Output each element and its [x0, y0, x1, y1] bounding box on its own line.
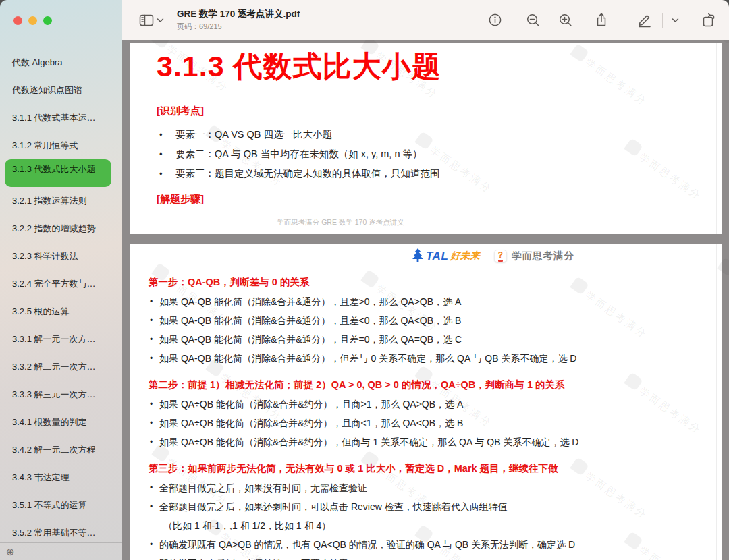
- zoom-window-button[interactable]: [43, 16, 52, 25]
- close-window-button[interactable]: [14, 16, 22, 25]
- step-heading: 第一步：QA-QB，判断差与 0 的关系: [148, 275, 704, 289]
- sidebar-item[interactable]: 3.3.3 解三元一次方…: [0, 381, 122, 408]
- sidebar-item-selected[interactable]: 3.1.3 代数式比大小题: [5, 159, 111, 187]
- pdf-page-next: TAL 好未来 ? 学而思考满分 第一步：QA-QB，判断差与 0 的关系如果 …: [130, 244, 722, 560]
- mascot-icon: ?: [494, 250, 507, 262]
- sidebar-item[interactable]: 3.2.1 指数运算法则: [0, 187, 122, 215]
- section-label-identify: [识别考点]: [157, 105, 701, 117]
- pdf-scroll-area[interactable]: 3.1.3 代数式比大小题 [识别考点] 要素一：QA VS QB 四选一比大小…: [122, 40, 729, 560]
- thumbnail-sidebar: 代数 Algebra代数逐知识点图谱3.1.1 代数式基本运…3.1.2 常用恒…: [0, 0, 122, 560]
- zoom-in-icon[interactable]: [558, 12, 574, 28]
- info-icon[interactable]: [487, 12, 503, 28]
- pdf-page-current: 3.1.3 代数式比大小题 [识别考点] 要素一：QA VS QB 四选一比大小…: [130, 43, 722, 234]
- sidebar-toggle-icon[interactable]: [138, 12, 155, 28]
- sidebar-item[interactable]: 3.3.1 解一元一次方…: [0, 325, 122, 353]
- minimize-window-button[interactable]: [28, 16, 37, 25]
- sidebar-item[interactable]: 3.2.4 完全平方数与…: [0, 270, 122, 298]
- sidebar-item[interactable]: 3.2.5 根的运算: [0, 298, 122, 325]
- bullet-item: 如果 QA-QB 能化简（消除&合并&通分），且差<0，那么 QA<QB，选 B: [148, 311, 704, 330]
- zoom-out-icon[interactable]: [525, 12, 541, 28]
- step-heading: 第三步：如果前两步无法化简，无法有效与 0 或 1 比大小，暂定选 D，Mark…: [148, 461, 704, 475]
- markup-chevron-icon[interactable]: [670, 12, 680, 28]
- page1-bullets: 要素一：QA VS QB 四选一比大小题要素二：QA 与 QB 当中均存在未知数…: [157, 125, 701, 184]
- bullet-item: 即使举不出来反例，也坚持选 D，不要改答案: [148, 554, 704, 560]
- sidebar-item[interactable]: 3.3.2 解二元一次方…: [0, 353, 122, 381]
- section-label-steps: [解题步骤]: [157, 193, 701, 206]
- sidebar-toc: 代数 Algebra代数逐知识点图谱3.1.1 代数式基本运…3.1.2 常用恒…: [0, 49, 122, 547]
- bullet-item: 要素三：题目定义域无法确定未知数的具体取值，只知道范围: [157, 164, 701, 184]
- step-section: 第一步：QA-QB，判断差与 0 的关系如果 QA-QB 能化简（消除&合并&通…: [148, 275, 704, 368]
- bullet-item: 如果 QA÷QB 能化简（消除&合并&约分），但商与 1 关系不确定，那么 QA…: [148, 432, 704, 451]
- step-heading: 第二步：前提 1）相减无法化简；前提 2）QA > 0, QB > 0 的情况，…: [148, 378, 704, 391]
- traffic-lights: [14, 16, 52, 25]
- sidebar-footer: ⊕: [0, 542, 122, 560]
- document-title: GRE 数学 170 逐考点讲义.pdf: [177, 8, 300, 20]
- rotate-icon[interactable]: [701, 12, 717, 28]
- sidebar-item[interactable]: 代数逐知识点图谱: [0, 76, 122, 104]
- markup-pencil-icon[interactable]: [637, 12, 653, 28]
- bullet-item: 如果 QA÷QB 能化简（消除&合并&约分），且商<1，那么 QA<QB，选 B: [148, 414, 704, 432]
- bullet-item: 如果 QA-QB 能化简（消除&合并&通分），且差>0，那么 QA>QB，选 A: [148, 292, 704, 311]
- add-icon[interactable]: ⊕: [6, 547, 15, 557]
- logo-divider: [487, 250, 487, 262]
- tal-tree-icon: [412, 248, 423, 264]
- bullet-item: 如果 QA-QB 能化简（消除&合并&通分），且差=0，那么 QA=QB，选 C: [148, 330, 704, 349]
- bullet-item: 如果 QA÷QB 能化简（消除&合并&约分），且商>1，那么 QA>QB，选 A: [148, 395, 704, 414]
- bullet-item: 要素二：QA 与 QB 当中均存在未知数（如 x, y, m, n 等）: [157, 144, 701, 164]
- main-area: GRE 数学 170 逐考点讲义.pdf 页码：69/215: [122, 0, 729, 560]
- bullet-continuation: （比如 1 和-1，,1 和 1/2，比如 1 和 4）: [148, 516, 704, 535]
- sidebar-item[interactable]: 3.2.3 科学计数法: [0, 242, 122, 270]
- sidebar-item[interactable]: 3.1.2 常用恒等式: [0, 132, 122, 159]
- page-indicator: 页码：69/215: [177, 22, 300, 32]
- bullet-item: 要素一：QA VS QB 四选一比大小题: [157, 125, 701, 144]
- sidebar-item[interactable]: 3.4.3 韦达定理: [0, 464, 122, 491]
- sidebar-item[interactable]: 代数 Algebra: [0, 49, 122, 76]
- document-titleblock: GRE 数学 170 逐考点讲义.pdf 页码：69/215: [177, 8, 300, 32]
- bullet-item: 如果 QA-QB 能化简（消除&合并&通分），但差与 0 关系不确定，那么 QA…: [148, 349, 704, 368]
- sidebar-item[interactable]: 3.2.2 指数的增减趋势: [0, 215, 122, 242]
- sidebar-item[interactable]: 3.1.1 代数式基本运…: [0, 104, 122, 132]
- bullet-item: 全部题目做完之后，如果还剩时间，可以点击 Review 检查，快速跳着代入两组特…: [148, 497, 704, 516]
- preview-window: 代数 Algebra代数逐知识点图谱3.1.1 代数式基本运…3.1.2 常用恒…: [0, 0, 729, 560]
- brand-logo-row: TAL 好未来 ? 学而思考满分: [412, 247, 578, 265]
- step-section: 第二步：前提 1）相减无法化简；前提 2）QA > 0, QB > 0 的情况，…: [148, 378, 704, 451]
- toolbar: GRE 数学 170 逐考点讲义.pdf 页码：69/215: [122, 0, 729, 40]
- page-title: 3.1.3 代数式比大小题: [157, 49, 701, 84]
- share-icon[interactable]: [593, 12, 610, 28]
- sidebar-item[interactable]: 3.4.2 解一元二次方程: [0, 436, 122, 464]
- sidebar-chevron-icon[interactable]: [155, 12, 165, 28]
- tal-logo-suffix: 好未来: [450, 250, 480, 262]
- sidebar-item[interactable]: 3.4.1 根数量的判定: [0, 408, 122, 436]
- page-footer: 学而思考满分 GRE 数学 170 逐考点讲义: [130, 218, 551, 227]
- page-gap: [122, 234, 729, 244]
- sidebar-item[interactable]: 3.5.1 不等式的运算: [0, 491, 122, 519]
- bullet-item: 的确发现既有 QA>QB 的情况，也有 QA<QB 的情况，验证的确 QA 与 …: [148, 535, 704, 554]
- tal-logo-text: TAL: [426, 250, 448, 263]
- toolbar-divider: [662, 13, 663, 28]
- brand-text: 学而思考满分: [512, 250, 574, 262]
- bullet-item: 全部题目做完之后，如果没有时间，无需检查验证: [148, 478, 704, 497]
- step-section: 第三步：如果前两步无法化简，无法有效与 0 或 1 比大小，暂定选 D，Mark…: [148, 461, 704, 560]
- page2-steps: 第一步：QA-QB，判断差与 0 的关系如果 QA-QB 能化简（消除&合并&通…: [148, 275, 704, 560]
